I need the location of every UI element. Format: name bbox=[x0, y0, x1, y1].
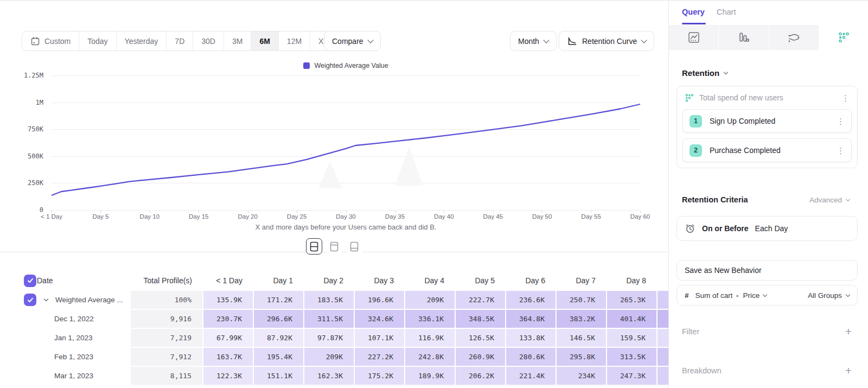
retention-value-cell: 265.3K bbox=[607, 290, 657, 309]
chevron-down-icon bbox=[763, 292, 767, 296]
number-property-icon: # bbox=[685, 291, 689, 300]
tab-query[interactable]: Query bbox=[682, 8, 705, 16]
main-area: CustomTodayYesterday7D30D3M6M12MXTD Comp… bbox=[0, 1, 668, 388]
criteria-label: Retention Criteria bbox=[682, 195, 748, 204]
advanced-dropdown[interactable]: Advanced bbox=[809, 196, 850, 204]
column-header[interactable]: Day 7 bbox=[556, 271, 607, 290]
chevron-down-icon bbox=[846, 292, 850, 296]
add-filter-button[interactable]: + bbox=[845, 326, 852, 337]
column-header[interactable]: Day 3 bbox=[354, 271, 405, 290]
range-today[interactable]: Today bbox=[79, 31, 116, 50]
retention-value-cell: 227.2K bbox=[354, 347, 405, 366]
x-axis-tick bbox=[199, 211, 199, 213]
groups-dropdown[interactable]: All Groups bbox=[808, 291, 850, 300]
top-panel-icon[interactable] bbox=[326, 238, 342, 255]
x-axis-tick-label: Day 15 bbox=[179, 213, 218, 220]
column-header[interactable]: Day 5 bbox=[455, 271, 506, 290]
query-panel: Query Chart bbox=[668, 1, 868, 388]
retention-value-cell bbox=[657, 290, 668, 309]
chevron-down-icon bbox=[846, 196, 850, 201]
retention-value-cell: 236.6K bbox=[506, 290, 556, 309]
x-axis-tick bbox=[100, 211, 101, 213]
bottom-panel-icon[interactable] bbox=[346, 238, 362, 255]
range-30d[interactable]: 30D bbox=[193, 31, 224, 50]
behavior-step[interactable]: 1Sign Up Completed⋮ bbox=[682, 109, 852, 133]
x-axis-tick-label: Day 40 bbox=[424, 213, 463, 220]
x-axis-tick-label: Day 55 bbox=[572, 213, 611, 220]
retention-value-cell: 324.6K bbox=[354, 309, 405, 328]
criteria-condition-card[interactable]: On or Before Each Day bbox=[676, 216, 858, 241]
expand-chevron-icon[interactable] bbox=[44, 297, 48, 301]
groups-label: All Groups bbox=[808, 291, 842, 300]
retention-value-cell: 159.5K bbox=[607, 328, 657, 347]
retention-value-cell: 242.8K bbox=[405, 347, 455, 366]
chart-type-button[interactable]: Retention Curve bbox=[559, 31, 654, 51]
row-label[interactable]: Jan 1, 2023 bbox=[37, 328, 130, 347]
range-3m[interactable]: 3M bbox=[224, 31, 251, 50]
range-12m[interactable]: 12M bbox=[279, 31, 310, 50]
retention-value-cell: 313.5K bbox=[607, 347, 657, 366]
x-axis-caption: X and more days before your Users came b… bbox=[52, 223, 640, 231]
save-behavior-button[interactable]: Save as New Behavior bbox=[676, 260, 858, 281]
range-7d[interactable]: 7D bbox=[167, 31, 193, 50]
retention-value-cell: 206.2K bbox=[455, 366, 506, 385]
range-yesterday[interactable]: Yesterday bbox=[117, 31, 167, 50]
add-breakdown-button[interactable]: + bbox=[845, 365, 852, 376]
behavior-step[interactable]: 2Purchase Completed⋮ bbox=[682, 138, 852, 162]
y-axis-tick-label: 250K bbox=[0, 179, 43, 187]
column-header[interactable]: Total Profile(s) bbox=[130, 271, 203, 290]
column-header[interactable]: < 1 Day bbox=[203, 271, 253, 290]
split-rows-icon[interactable] bbox=[306, 238, 322, 255]
column-header[interactable]: Date bbox=[37, 271, 130, 290]
behavior-card: Total spend of new users ⋮ 1Sign Up Comp… bbox=[676, 86, 858, 168]
column-header[interactable]: Day 6 bbox=[506, 271, 556, 290]
x-axis-tick-label: Day 20 bbox=[228, 213, 267, 220]
row-checkbox-checked[interactable] bbox=[24, 294, 36, 306]
column-header[interactable]: Day 4 bbox=[405, 271, 455, 290]
tab-chart[interactable]: Chart bbox=[717, 8, 736, 16]
bar-chart-icon[interactable] bbox=[719, 25, 769, 50]
range-custom[interactable]: Custom bbox=[22, 31, 79, 50]
chevron-down-icon bbox=[367, 37, 373, 43]
kebab-menu-icon[interactable]: ⋮ bbox=[837, 117, 845, 125]
chart-legend: Weighted Average Value bbox=[52, 62, 640, 69]
retention-dots-icon[interactable] bbox=[819, 25, 868, 50]
behavior-steps: 1Sign Up Completed⋮2Purchase Completed⋮ bbox=[677, 109, 857, 162]
retention-value-cell: 189.9K bbox=[405, 366, 455, 385]
granularity-button[interactable]: Month bbox=[510, 31, 557, 51]
x-axis-tick-label: Day 10 bbox=[130, 213, 169, 220]
report-type-label: Retention bbox=[682, 68, 719, 78]
x-axis-tick bbox=[591, 211, 592, 213]
flow-chart-icon[interactable] bbox=[769, 25, 819, 50]
column-header[interactable]: Day 2 bbox=[304, 271, 354, 290]
x-axis-tick-label: Day 35 bbox=[375, 213, 414, 220]
header-checkbox-cell bbox=[0, 271, 37, 290]
retention-value-cell: 87.92K bbox=[253, 328, 304, 347]
breakdown-label: Breakdown bbox=[682, 366, 722, 375]
row-label[interactable]: Dec 1, 2022 bbox=[37, 309, 130, 328]
condition-operator: On or Before bbox=[702, 224, 749, 233]
row-label[interactable]: Weighted Average ... bbox=[37, 290, 130, 309]
retention-value-cell: 221.4K bbox=[506, 366, 556, 385]
measure-card[interactable]: # Sum of cart ▸ Price All Groups bbox=[676, 285, 858, 306]
legend-swatch bbox=[303, 62, 310, 69]
kebab-menu-icon[interactable]: ⋮ bbox=[841, 94, 850, 102]
report-type-dropdown[interactable]: Retention bbox=[682, 68, 727, 78]
retention-value-cell: 260.9K bbox=[455, 347, 506, 366]
range-6m[interactable]: 6M bbox=[251, 31, 278, 50]
measure-property-dropdown[interactable]: Sum of cart ▸ Price bbox=[695, 291, 801, 300]
row-label[interactable]: Mar 1, 2023 bbox=[37, 366, 130, 385]
column-header[interactable]: Day 8 bbox=[607, 271, 657, 290]
filter-section: Filter + bbox=[682, 326, 852, 337]
compare-button[interactable]: Compare bbox=[324, 31, 381, 51]
retention-dashboard: CustomTodayYesterday7D30D3M6M12MXTD Comp… bbox=[0, 0, 868, 388]
column-header[interactable]: Day 1 bbox=[253, 271, 304, 290]
row-label[interactable]: Feb 1, 2023 bbox=[37, 347, 130, 366]
line-chart-icon[interactable] bbox=[669, 25, 719, 50]
weighted-average-line bbox=[52, 104, 640, 195]
kebab-menu-icon[interactable]: ⋮ bbox=[837, 147, 845, 155]
x-axis-tick bbox=[640, 211, 641, 213]
column-header bbox=[657, 271, 668, 290]
caret-right-icon: ▸ bbox=[737, 292, 739, 298]
row-checkbox-checked[interactable] bbox=[24, 275, 36, 287]
